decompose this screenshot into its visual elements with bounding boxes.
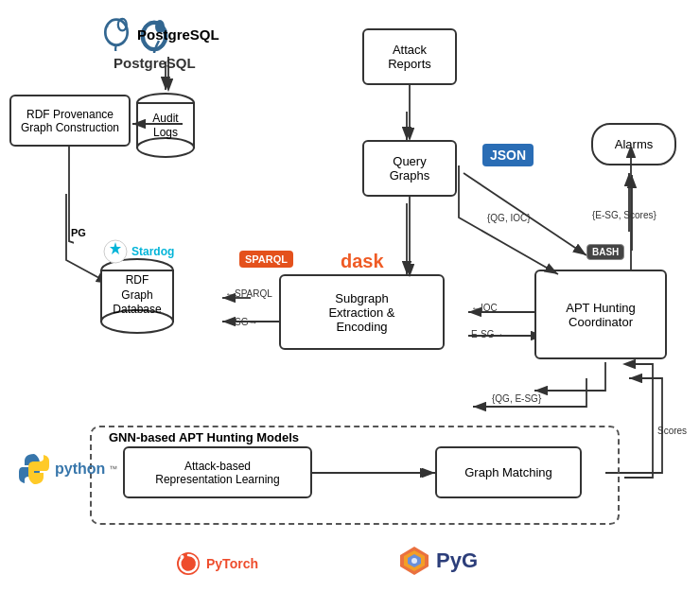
postgresql-text: PostgreSQL [114, 55, 196, 71]
gnn-title: GNN-based APT Hunting Models [109, 430, 299, 444]
e-sg-scores-label: {E-SG, Scores} [592, 210, 656, 220]
postgresql-label: PostgreSQL [99, 17, 219, 51]
attack-reports-label: AttackReports [388, 43, 431, 71]
attack-reports-box: AttackReports [362, 28, 457, 85]
qg-ioc-label: {QG, IOC} [487, 213, 531, 223]
bash-logo: BASH [586, 244, 624, 260]
alarms-box: Alarms [591, 123, 676, 165]
pyg-logo: PyG [397, 544, 478, 578]
graph-matching-box: Graph Matching [435, 446, 582, 498]
rdf-provenance-box: RDF ProvenanceGraph Construction [9, 95, 131, 147]
apt-hunting-box: APT HuntingCoordinator [534, 270, 667, 359]
dask-logo: dask [341, 251, 384, 272]
svg-point-21 [411, 558, 417, 564]
dask-text: dask [341, 251, 384, 271]
python-text: python [55, 461, 105, 478]
attack-repr-box: Attack-basedRepresentation Learning [123, 446, 312, 498]
subgraph-label: SubgraphExtraction &Encoding [328, 291, 394, 334]
sg-label: SG→ [235, 317, 257, 327]
postgresql-name: PostgreSQL [137, 26, 219, 43]
alarms-label: Alarms [615, 137, 653, 151]
rdf-graph-db-label: RDFGraphDatabase [113, 273, 161, 318]
stardog-text: Stardog [131, 245, 174, 258]
sparql-label: ←SPARQL [225, 288, 272, 299]
json-icon: JSON [482, 144, 534, 166]
audit-logs-container: AuditLogs [132, 90, 199, 161]
scores-label: Scores [657, 426, 687, 436]
pytorch-logo: PyTorch [175, 550, 258, 577]
graph-matching-label: Graph Matching [464, 465, 552, 479]
audit-logs-label: AuditLogs [152, 112, 178, 139]
query-graphs-box: QueryGraphs [362, 140, 457, 197]
rdf-provenance-label: RDF ProvenanceGraph Construction [21, 108, 119, 134]
qg-e-sg-label: {QG, E-SG} [492, 393, 541, 404]
query-graphs-label: QueryGraphs [390, 154, 430, 183]
attack-repr-label: Attack-basedRepresentation Learning [155, 460, 279, 486]
pg-label: PG [71, 227, 86, 238]
pyg-text: PyG [436, 548, 478, 573]
pytorch-text: PyTorch [206, 556, 258, 571]
apt-hunting-label: APT HuntingCoordinator [566, 301, 635, 329]
svg-point-9 [137, 138, 194, 157]
subgraph-box: SubgraphExtraction &Encoding [279, 274, 445, 350]
stardog-logo: Stardog [102, 238, 174, 265]
svg-point-17 [181, 555, 184, 559]
ioc-label: ←IOC [471, 303, 498, 313]
sparql-badge: SPARQL [239, 251, 293, 268]
rdf-graph-db-container: RDFGraphDatabase [95, 255, 180, 336]
e-sg-label: E-SG→ [471, 329, 503, 340]
python-logo: python ™ [17, 452, 117, 486]
